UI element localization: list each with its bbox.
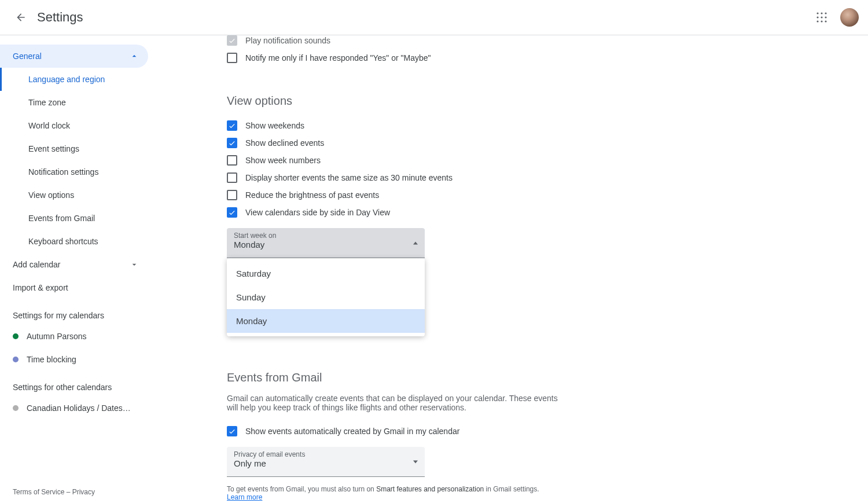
learn-more-link[interactable]: Learn more	[227, 493, 262, 501]
nav-item-events-from-gmail[interactable]: Events from Gmail	[0, 207, 148, 230]
account-avatar[interactable]	[840, 8, 859, 27]
notify-yes-maybe-checkbox[interactable]	[227, 53, 237, 63]
nav-general-label: General	[13, 52, 42, 61]
show-gmail-events-checkbox[interactable]	[227, 426, 237, 436]
start-week-option-saturday[interactable]: Saturday	[227, 262, 425, 285]
main-content: Play notification sounds Notify me only …	[148, 35, 868, 503]
show-gmail-events-label: Show events automatically created by Gma…	[245, 427, 459, 436]
nav-general-header[interactable]: General	[0, 45, 148, 68]
notify-yes-maybe-label: Notify me only if I have responded "Yes"…	[245, 53, 431, 63]
play-sounds-checkbox[interactable]	[227, 35, 237, 46]
calendar-canadian-holidays[interactable]: Canadian Holidays / Dates t…	[0, 396, 148, 420]
svg-point-8	[825, 20, 826, 22]
reduce-brightness-label: Reduce the brightness of past events	[245, 190, 379, 200]
start-week-option-monday[interactable]: Monday	[227, 309, 425, 333]
show-week-numbers-label: Show week numbers	[245, 156, 321, 165]
svg-point-5	[825, 16, 826, 18]
nav-item-notification-settings[interactable]: Notification settings	[0, 160, 148, 183]
nav-import-export[interactable]: Import & export	[0, 276, 148, 299]
calendar-time-blocking[interactable]: Time blocking	[0, 348, 148, 371]
check-icon	[228, 427, 236, 435]
calendar-autumn-parsons[interactable]: Autumn Parsons	[0, 325, 148, 348]
start-week-select-value: Monday	[234, 240, 418, 249]
header: Settings	[0, 0, 868, 35]
calendar-color-dot	[13, 405, 19, 411]
nav-item-keyboard-shortcuts[interactable]: Keyboard shortcuts	[0, 230, 148, 253]
svg-point-4	[821, 16, 822, 18]
privacy-email-select-value: Only me	[234, 458, 418, 468]
svg-point-0	[816, 12, 818, 14]
nav-add-calendar[interactable]: Add calendar	[0, 253, 148, 276]
show-weekends-checkbox[interactable]	[227, 120, 237, 131]
calendar-color-dot	[13, 357, 19, 362]
check-icon	[228, 139, 236, 147]
nav-group-general: General Language and region Time zone Wo…	[0, 45, 148, 253]
start-week-select[interactable]: Start week on Monday	[227, 228, 425, 258]
arrow-left-icon	[15, 12, 27, 23]
caret-up-icon	[413, 241, 418, 244]
privacy-email-select[interactable]: Privacy of email events Only me	[227, 447, 425, 477]
play-sounds-label: Play notification sounds	[245, 36, 330, 45]
apps-button[interactable]	[810, 6, 833, 29]
gmail-hint: To get events from Gmail, you must also …	[227, 485, 620, 501]
nav-item-time-zone[interactable]: Time zone	[0, 91, 148, 114]
reduce-brightness-checkbox[interactable]	[227, 190, 237, 200]
view-options-title: View options	[227, 94, 620, 108]
nav-item-language-region[interactable]: Language and region	[0, 68, 148, 91]
sidebar: General Language and region Time zone Wo…	[0, 35, 148, 503]
check-icon	[228, 208, 236, 216]
shorter-events-label: Display shorter events the same size as …	[245, 173, 453, 182]
other-calendars-label: Settings for other calendars	[0, 371, 148, 396]
nav-item-event-settings[interactable]: Event settings	[0, 137, 148, 160]
calendar-color-dot	[13, 333, 19, 339]
show-declined-label: Show declined events	[245, 138, 324, 148]
footer-links: Terms of Service – Privacy	[13, 488, 95, 496]
page-title: Settings	[37, 10, 83, 25]
terms-link[interactable]: Terms of Service	[13, 488, 64, 496]
svg-point-2	[825, 12, 826, 14]
svg-point-7	[821, 20, 822, 22]
show-declined-checkbox[interactable]	[227, 138, 237, 148]
privacy-link[interactable]: Privacy	[72, 488, 95, 496]
check-icon	[228, 122, 236, 130]
caret-down-icon	[413, 460, 418, 463]
my-calendars-label: Settings for my calendars	[0, 299, 148, 325]
svg-point-3	[816, 16, 818, 18]
shorter-events-checkbox[interactable]	[227, 172, 237, 183]
chevron-down-icon	[130, 260, 139, 269]
side-by-side-label: View calendars side by side in Day View	[245, 208, 390, 217]
header-right	[810, 6, 859, 29]
side-by-side-checkbox[interactable]	[227, 207, 237, 218]
start-week-dropdown: Saturday Sunday Monday	[227, 258, 425, 336]
privacy-email-select-label: Privacy of email events	[234, 450, 418, 458]
events-from-gmail-title: Events from Gmail	[227, 371, 620, 384]
events-from-gmail-desc: Gmail can automatically create events th…	[227, 394, 560, 412]
chevron-up-icon	[130, 52, 139, 61]
show-weekends-label: Show weekends	[245, 121, 304, 130]
apps-grid-icon	[816, 12, 827, 23]
show-week-numbers-checkbox[interactable]	[227, 155, 237, 166]
nav-item-view-options[interactable]: View options	[0, 183, 148, 207]
start-week-option-sunday[interactable]: Sunday	[227, 285, 425, 309]
svg-point-1	[821, 12, 822, 14]
back-button[interactable]	[9, 6, 32, 29]
svg-point-6	[816, 20, 818, 22]
check-icon	[228, 36, 236, 45]
nav-item-world-clock[interactable]: World clock	[0, 114, 148, 137]
start-week-select-label: Start week on	[234, 232, 418, 240]
